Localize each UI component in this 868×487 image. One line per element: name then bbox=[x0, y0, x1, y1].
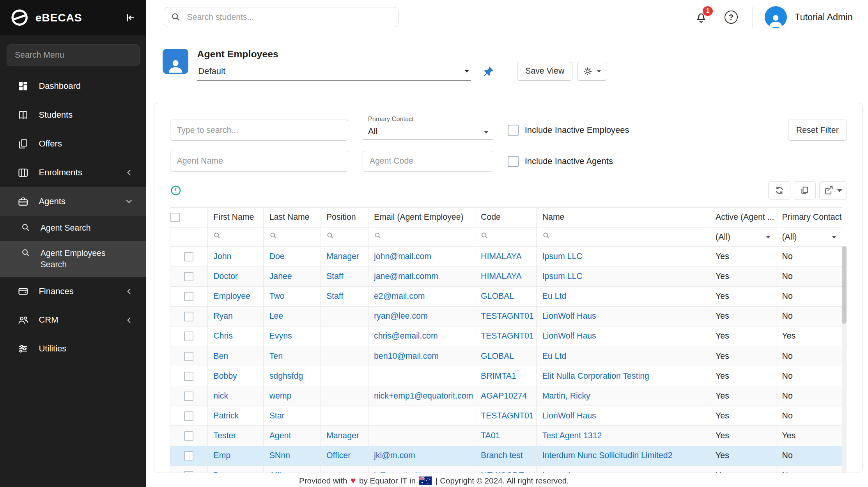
filter-last-name[interactable] bbox=[264, 227, 321, 247]
row-checkbox[interactable] bbox=[184, 411, 193, 421]
cell-link-email[interactable]: chris@email.com bbox=[374, 331, 438, 341]
students-search-input[interactable] bbox=[186, 12, 392, 23]
column-header-primary-contact[interactable]: Primary Contact bbox=[776, 207, 842, 227]
sidebar-item-offers[interactable]: Offers bbox=[0, 129, 146, 158]
avatar[interactable] bbox=[765, 6, 787, 28]
cell-link-name[interactable]: LionWolf Haus bbox=[542, 311, 596, 321]
row-checkbox[interactable] bbox=[184, 431, 193, 441]
cell-link-last[interactable]: Star bbox=[269, 411, 285, 420]
cell-link-name[interactable]: Ipsum LLC bbox=[542, 272, 583, 281]
cell-link-last[interactable]: Lee bbox=[269, 311, 283, 321]
filter-code[interactable] bbox=[475, 227, 537, 247]
row-checkbox[interactable] bbox=[184, 471, 193, 473]
settings-dropdown-button[interactable] bbox=[577, 62, 608, 81]
help-icon[interactable]: ? bbox=[725, 11, 738, 24]
cell-link-code[interactable]: TESTAGNT01 bbox=[481, 311, 534, 321]
grid-search-input[interactable] bbox=[170, 120, 348, 141]
cell-link-name[interactable]: Eu Ltd bbox=[542, 291, 567, 301]
refresh-button[interactable] bbox=[768, 181, 790, 200]
cell-link-first[interactable]: Patrick bbox=[213, 411, 239, 420]
cell-link-first[interactable]: Employee bbox=[213, 291, 250, 301]
cell-link-code[interactable]: AGAP10274 bbox=[481, 391, 527, 401]
table-row[interactable]: BenAfflb@equatorit.coNEWCODELorem IpsumY… bbox=[170, 466, 842, 473]
include-inactive-agents-checkbox[interactable] bbox=[508, 156, 519, 167]
cell-link-email[interactable]: ben10@mail.com bbox=[374, 351, 439, 361]
table-row[interactable]: BobbysdghsfdgBRIMTA1Elit Nulla Corporati… bbox=[170, 366, 842, 386]
cell-link-code[interactable]: HIMALAYA bbox=[481, 272, 522, 281]
cell-link-last[interactable]: sdghsfdg bbox=[269, 371, 303, 381]
cell-link-code[interactable]: Branch test bbox=[481, 451, 523, 460]
column-header-active[interactable]: Active (Agent ... bbox=[710, 207, 776, 227]
agent-name-input[interactable] bbox=[170, 151, 348, 172]
table-row[interactable]: EmpSNnnOfficerjki@m.comBranch testInterd… bbox=[170, 446, 842, 466]
column-header-position[interactable]: Position bbox=[321, 207, 368, 227]
filter-first-name[interactable] bbox=[208, 227, 264, 247]
table-row[interactable]: PatrickStarTESTAGNT01LionWolf HausYesNo bbox=[170, 406, 842, 426]
cell-link-email[interactable]: john@mail.com bbox=[374, 252, 431, 261]
reset-filter-button[interactable]: Reset Filter bbox=[788, 120, 847, 141]
cell-link-first[interactable]: nick bbox=[213, 391, 228, 401]
cell-link-code[interactable]: NEWCODE bbox=[481, 471, 524, 473]
row-checkbox[interactable] bbox=[184, 252, 193, 261]
cell-link-code[interactable]: TESTAGNT01 bbox=[481, 411, 534, 420]
agent-code-input[interactable] bbox=[363, 151, 493, 172]
cell-link-name[interactable]: LionWolf Haus bbox=[542, 331, 596, 341]
column-header-last-name[interactable]: Last Name bbox=[264, 207, 321, 227]
filter-active[interactable]: (All) bbox=[710, 227, 776, 247]
column-header-first-name[interactable]: First Name bbox=[208, 207, 264, 227]
sidebar-item-agent-search[interactable]: Agent Search bbox=[0, 216, 146, 241]
cell-link-code[interactable]: TA01 bbox=[481, 431, 500, 440]
cell-link-email[interactable]: ryan@lee.com bbox=[374, 311, 428, 321]
cell-link-last[interactable]: Doe bbox=[269, 252, 285, 261]
cell-link-first[interactable]: Emp bbox=[213, 451, 230, 460]
column-header-name[interactable]: Name bbox=[537, 207, 710, 227]
cell-link-code[interactable]: GLOBAL bbox=[481, 291, 514, 301]
sidebar-item-dashboard[interactable]: Dashboard bbox=[0, 72, 146, 101]
sidebar-item-students[interactable]: Students bbox=[0, 101, 146, 129]
cell-link-first[interactable]: Ben bbox=[213, 351, 228, 361]
cell-link-name[interactable]: LionWolf Haus bbox=[542, 411, 596, 420]
cell-link-first[interactable]: Doctor bbox=[213, 272, 238, 281]
cell-link-position[interactable]: Staff bbox=[326, 272, 343, 281]
column-header-code[interactable]: Code bbox=[475, 207, 537, 227]
cell-link-first[interactable]: Ryan bbox=[213, 311, 233, 321]
cell-link-code[interactable]: TESTAGNT01 bbox=[481, 331, 534, 341]
cell-link-code[interactable]: BRIMTA1 bbox=[481, 371, 516, 381]
cell-link-last[interactable]: Ten bbox=[269, 351, 283, 361]
table-row[interactable]: ChrisEvynschris@email.comTESTAGNT01LionW… bbox=[170, 326, 842, 346]
table-row[interactable]: nickwempnick+emp1@equatorit.comAGAP10274… bbox=[170, 386, 842, 406]
sidebar-item-finances[interactable]: Finances bbox=[0, 277, 146, 306]
table-row[interactable]: BenTenben10@mail.comGLOBALEu LtdYesNo bbox=[170, 346, 842, 366]
vertical-scrollbar[interactable] bbox=[842, 246, 846, 473]
cell-link-last[interactable]: Affl bbox=[269, 471, 281, 473]
sidebar-item-crm[interactable]: CRM bbox=[0, 305, 146, 334]
cell-link-last[interactable]: Agent bbox=[269, 431, 291, 440]
cell-link-email[interactable]: nick+emp1@equatorit.com bbox=[374, 391, 473, 401]
cell-link-last[interactable]: Two bbox=[269, 291, 285, 301]
cell-link-position[interactable]: Staff bbox=[326, 291, 343, 301]
table-row[interactable]: DoctorJaneeStaffjane@mail.commHIMALAYAIp… bbox=[170, 266, 842, 286]
row-checkbox[interactable] bbox=[184, 372, 193, 381]
row-checkbox[interactable] bbox=[184, 451, 193, 461]
sidebar-search-input[interactable] bbox=[7, 44, 140, 67]
cell-link-first[interactable]: Ben bbox=[213, 471, 228, 473]
cell-link-position[interactable]: Manager bbox=[326, 431, 359, 440]
select-all-checkbox[interactable] bbox=[170, 213, 180, 222]
cell-link-code[interactable]: GLOBAL bbox=[481, 351, 514, 361]
cell-link-first[interactable]: Bobby bbox=[213, 371, 237, 381]
sidebar-collapse-icon[interactable] bbox=[124, 12, 136, 24]
column-header-email[interactable]: Email (Agent Employee) bbox=[368, 207, 475, 227]
table-row[interactable]: TesterAgentManagerTA01Test Agent 1312Yes… bbox=[170, 426, 842, 446]
cell-link-email[interactable]: jki@m.com bbox=[374, 451, 415, 460]
table-row[interactable]: JohnDoeManagerjohn@mail.comHIMALAYAIpsum… bbox=[170, 247, 842, 266]
row-checkbox[interactable] bbox=[184, 312, 193, 321]
cell-link-email[interactable]: e2@mail.com bbox=[374, 291, 425, 301]
cell-link-email[interactable]: jane@mail.comm bbox=[374, 272, 438, 281]
cell-link-name[interactable]: Ipsum LLC bbox=[542, 252, 583, 261]
filter-position[interactable] bbox=[321, 227, 368, 247]
sidebar-item-enrolments[interactable]: Enrolments bbox=[0, 158, 146, 187]
include-inactive-employees-checkbox[interactable] bbox=[508, 125, 519, 136]
cell-link-position[interactable]: Manager bbox=[326, 252, 359, 261]
cell-link-name[interactable]: Martin, Ricky bbox=[542, 391, 590, 401]
cell-link-name[interactable]: Lorem Ipsum bbox=[542, 471, 591, 473]
